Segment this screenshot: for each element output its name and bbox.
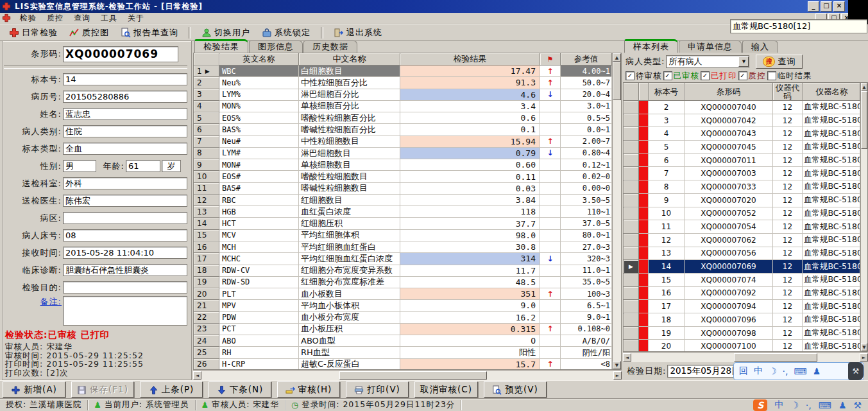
doctor-input[interactable] xyxy=(63,195,187,207)
close-icon[interactable]: × xyxy=(833,1,845,12)
sample-row-2[interactable]: 2XQ00000704012血常规BC-5180 xyxy=(624,101,860,114)
result-row-4[interactable]: 4MON%单核细胞百分比3.43.0~1 xyxy=(194,101,612,112)
sample-row-4[interactable]: 4XQ00000704312血常规BC-5180 xyxy=(624,127,860,141)
sample-row-12[interactable]: 12XQ00000706212血常规BC-5180 xyxy=(624,234,860,247)
scroll-thumb[interactable] xyxy=(861,91,867,149)
prev-record-button[interactable]: 上条(P) xyxy=(140,381,203,398)
ime-icon-3[interactable]: ·, xyxy=(783,366,788,376)
sogou-ime-icon[interactable]: S xyxy=(753,399,767,411)
filter-checkbox-0[interactable]: ✓ xyxy=(625,71,634,80)
menu-item-3[interactable]: 工具 xyxy=(96,13,123,23)
dept-input[interactable] xyxy=(63,177,187,189)
scroll-up-icon[interactable]: ▲ xyxy=(613,53,621,62)
minimize-icon[interactable]: _ xyxy=(808,1,819,12)
query-button[interactable]: 搜 查询 xyxy=(756,55,803,69)
hscroll-thumb[interactable] xyxy=(339,371,487,380)
barcode-input[interactable] xyxy=(63,46,178,62)
results-tab-2[interactable]: 历史数据 xyxy=(303,40,357,53)
case-no-input[interactable] xyxy=(63,91,187,103)
menu-item-2[interactable]: 查询 xyxy=(69,13,96,23)
scroll-thumb[interactable] xyxy=(613,62,621,100)
sample-row-17[interactable]: 17XQ00000709412血常规BC-5180 xyxy=(624,300,860,313)
menu-item-4[interactable]: 关于 xyxy=(123,13,149,23)
samples-tab-0[interactable]: 样本列表 xyxy=(624,39,678,53)
ime-status-icon-4[interactable]: ♟ xyxy=(838,400,847,410)
ime-floating-toolbar[interactable]: 回中☽·,⌨♟⚒ xyxy=(733,362,864,380)
result-row-8[interactable]: 8LYM#淋巴细胞数目0.79↓0.80~4 xyxy=(194,148,612,159)
purpose-input[interactable] xyxy=(63,281,187,293)
result-row-16[interactable]: 16MCH平均红细胞血红蛋白30.827.0~3 xyxy=(194,241,612,253)
samples-vscrollbar[interactable]: ▲ ▼ xyxy=(860,83,867,351)
sample-row-9[interactable]: 9XQ00000702012血常规BC-5180 xyxy=(624,194,860,207)
filter-checkbox-2[interactable]: ✓ xyxy=(701,71,710,80)
result-row-5[interactable]: 5EOS%嗜酸性粒细胞百分比0.60.5~5 xyxy=(194,112,612,124)
ime-icon-0[interactable]: 回 xyxy=(739,365,748,377)
daily-exam-button[interactable]: 日常检验 xyxy=(4,26,63,40)
save-button[interactable]: 保存(F1) xyxy=(71,381,134,398)
result-row-11[interactable]: 11BAS#嗜碱性粒细胞数目0.030.00~0 xyxy=(194,183,612,195)
patient-type-input[interactable] xyxy=(63,125,187,137)
result-row-15[interactable]: 15MCV平均红细胞体积98.080.0~1 xyxy=(194,230,612,241)
samples-hscrollbar[interactable]: ◄ ► xyxy=(623,352,868,362)
filter-checkbox-3[interactable]: ✓ xyxy=(738,71,747,80)
scroll-right-icon[interactable]: ► xyxy=(613,371,622,380)
scroll-down-icon[interactable]: ▼ xyxy=(861,343,867,351)
patient-name-input[interactable] xyxy=(63,108,187,120)
result-row-6[interactable]: 6BAS%嗜碱性粒细胞百分比0.10.0~1 xyxy=(194,124,612,136)
result-row-21[interactable]: 21MPV平均血小板体积9.06.5~1 xyxy=(194,300,612,311)
menu-item-1[interactable]: 质控 xyxy=(42,13,69,23)
ime-status-icon-0[interactable]: 中 xyxy=(774,399,783,411)
ime-icon-1[interactable]: 中 xyxy=(754,365,763,377)
ward-input[interactable] xyxy=(63,212,187,224)
result-row-20[interactable]: 20PLT血小板数目351↑100~3 xyxy=(194,288,612,300)
remark-textarea[interactable] xyxy=(63,296,187,326)
sample-row-14[interactable]: ▶14XQ00000706912血常规BC-5180 xyxy=(624,260,860,274)
filter-checkbox-1[interactable]: ✓ xyxy=(663,71,672,80)
scroll-left-icon[interactable]: ◄ xyxy=(623,353,631,362)
sample-row-18[interactable]: 18XQ00000709612血常规BC-5180 xyxy=(624,313,860,327)
patient-type-select[interactable]: 所有病人 ▼ xyxy=(666,55,749,68)
sample-row-19[interactable]: 19XQ00000709812血常规BC-5180 xyxy=(624,327,860,340)
qc-chart-button[interactable]: 质控图 xyxy=(64,26,114,40)
ime-status-icon-5[interactable]: ⚒ xyxy=(853,400,862,410)
sample-row-16[interactable]: 16XQ00000709212血常规BC-5180 xyxy=(624,287,860,301)
ime-icon-5[interactable]: ♟ xyxy=(813,366,821,376)
menu-item-0[interactable]: 检验 xyxy=(15,13,42,23)
ime-wrench-icon[interactable]: ⚒ xyxy=(848,362,864,380)
results-hscrollbar[interactable]: ◄ ► xyxy=(193,370,622,380)
scroll-left-icon[interactable]: ◄ xyxy=(193,371,201,380)
result-row-14[interactable]: 14HCT红细胞压积37.737.0~5 xyxy=(194,218,612,229)
report-query-button[interactable]: 报告单查询 xyxy=(115,26,183,40)
sample-row-6[interactable]: 6XQ00000701112血常规BC-5180 xyxy=(624,154,860,168)
system-lock-button[interactable]: 系统锁定 xyxy=(257,26,316,40)
sample-row-15[interactable]: 15XQ00000707412血常规BC-5180 xyxy=(624,274,860,287)
result-row-10[interactable]: 10EOS#嗜酸性粒细胞数目0.110.02~0 xyxy=(194,171,612,182)
sample-row-3[interactable]: 3XQ00000704212血常规BC-5180 xyxy=(624,114,860,128)
scroll-up-icon[interactable]: ▲ xyxy=(861,83,867,91)
diagnosis-input[interactable] xyxy=(63,264,187,276)
results-vscrollbar[interactable]: ▲ ▼ xyxy=(612,53,621,369)
sample-row-10[interactable]: 10XQ00000705212血常规BC-5180 xyxy=(624,207,860,221)
sample-no-input[interactable] xyxy=(63,73,187,85)
ime-icon-2[interactable]: ☽ xyxy=(769,366,777,376)
result-row-26[interactable]: 26H-CRP超敏C-反应蛋白15.7↑<8 xyxy=(194,359,612,369)
cancel-audit-button[interactable]: 取消审核(C) xyxy=(414,381,478,398)
ime-status-icon-2[interactable]: ·, xyxy=(806,400,812,410)
results-tab-1[interactable]: 图形信息 xyxy=(249,40,303,53)
preview-button[interactable]: 预览(V) xyxy=(484,381,547,398)
sample-row-11[interactable]: 11XQ00000705412血常规BC-5180 xyxy=(624,220,860,234)
restore-icon[interactable]: □ xyxy=(821,1,832,12)
bed-no-input[interactable] xyxy=(63,229,187,241)
result-row-24[interactable]: 24ABOABO血型OA/B/O/ xyxy=(194,335,612,347)
result-row-3[interactable]: 3LYM%淋巴细胞百分比4.6↓20.0~4 xyxy=(194,89,612,101)
ime-status-icon-3[interactable]: ⌨ xyxy=(819,400,831,410)
receive-time-input[interactable] xyxy=(63,247,187,259)
sample-type-input[interactable] xyxy=(63,143,187,155)
chevron-down-icon[interactable]: ▼ xyxy=(738,57,749,67)
audit-button[interactable]: 审核(H) xyxy=(277,381,340,398)
result-row-12[interactable]: 12RBC红细胞数目3.843.50~5 xyxy=(194,195,612,206)
exit-system-button[interactable]: 退出系统 xyxy=(328,26,387,40)
result-row-9[interactable]: 9MON#单核细胞数目0.600.12~1 xyxy=(194,159,612,171)
device-channel-input[interactable] xyxy=(730,19,867,33)
remark-label[interactable]: 备注: xyxy=(4,296,62,308)
